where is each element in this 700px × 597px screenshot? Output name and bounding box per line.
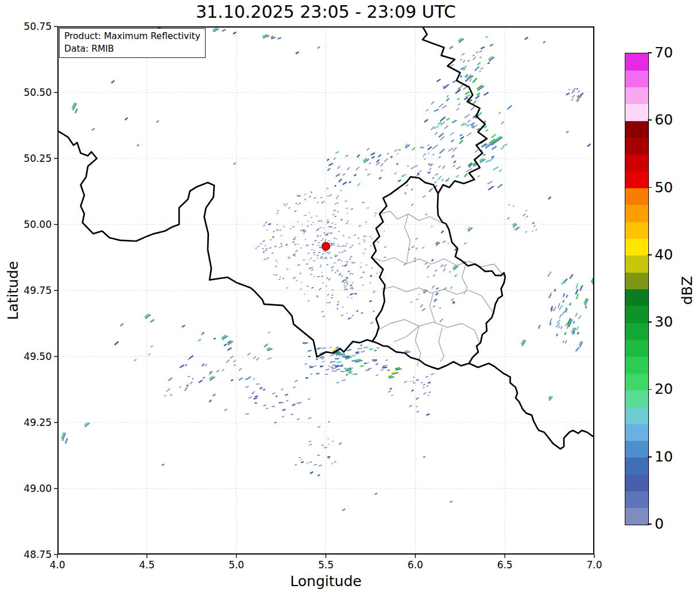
echo-ring-speckle (324, 234, 326, 235)
echo-mark (501, 121, 504, 125)
echo-ring-speckle (346, 246, 347, 247)
echo-mark (401, 174, 405, 177)
echo-mark (439, 103, 444, 107)
echo-mark (365, 169, 368, 171)
echo-ring-speckle (277, 262, 278, 263)
echo-mark (564, 332, 567, 335)
echo-mark (300, 230, 303, 232)
echo-ring-speckle (324, 257, 326, 258)
echo-mark (327, 438, 329, 439)
echo-mark (247, 352, 250, 355)
colorbar-tick-label: 20 (655, 381, 673, 398)
y-tick-label: 50.50 (3, 87, 52, 98)
echo-mark (311, 373, 312, 375)
echo-ring-speckle (305, 239, 306, 240)
echo-mark (345, 281, 348, 284)
echo-mark (439, 307, 442, 309)
echo-mark (272, 392, 276, 394)
echo-mark (456, 166, 461, 169)
echo-mark (480, 67, 483, 69)
echo-ring-speckle (330, 251, 331, 253)
echo-mark (467, 60, 470, 62)
echo-mark (254, 396, 258, 398)
echo-mark (481, 46, 485, 49)
echo-mark (577, 332, 579, 335)
echo-mark (389, 387, 392, 390)
echo-ring-speckle (317, 276, 319, 277)
echo-mark (491, 134, 496, 138)
colorbar-band (625, 491, 648, 508)
echo-mark (370, 282, 372, 284)
echo-mark (550, 319, 552, 323)
echo-ring-speckle (363, 239, 365, 241)
echo-mark (453, 165, 455, 167)
product-info-line2: Data: RMIB (64, 43, 200, 56)
echo-ring-speckle (316, 201, 319, 203)
echo-mark (426, 109, 428, 111)
echo-ring-speckle (300, 288, 301, 290)
echo-mark (359, 266, 361, 268)
echo-mark (575, 283, 579, 289)
echo-mark (435, 292, 439, 296)
echo-mark (369, 348, 373, 350)
echo-ring-speckle (301, 282, 302, 283)
echo-mark (223, 343, 227, 346)
echo-mark (292, 404, 296, 406)
echo-mark (331, 266, 334, 269)
colorbar-tick-label: 0 (655, 515, 664, 533)
echo-mark (245, 413, 249, 415)
x-tick-label: 4.5 (129, 559, 165, 571)
echo-mark (426, 385, 428, 387)
echo-mark (266, 408, 268, 409)
colorbar-tick-mark (648, 52, 652, 53)
echo-ring-speckle (384, 257, 386, 258)
echo-ring-speckle (275, 259, 277, 261)
echo-mark (562, 311, 564, 315)
echo-mark (477, 175, 479, 177)
echo-core (450, 501, 453, 503)
echo-ring-speckle (362, 253, 364, 254)
echo-ring-speckle (337, 202, 338, 204)
colorbar-tick-mark (648, 119, 652, 121)
echo-mark (479, 50, 482, 52)
echo-mark (337, 165, 341, 169)
echo-mark (341, 261, 342, 262)
colorbar-band (625, 458, 648, 475)
echo-mark (537, 324, 540, 329)
echo-mark (364, 363, 367, 365)
echo-mark (295, 250, 298, 252)
echo-core (233, 162, 237, 165)
colorbar-band (625, 272, 648, 289)
region-border-line (430, 293, 435, 323)
echo-ring-speckle (279, 247, 280, 248)
echo-mark (308, 350, 312, 352)
echo-ring-speckle (294, 237, 296, 239)
echo-ring-speckle (323, 232, 326, 234)
echo-mark (351, 262, 353, 263)
echo-ring-speckle (333, 244, 335, 246)
echo-mark (488, 186, 494, 191)
echo-ring-speckle (335, 238, 337, 240)
echo-mark (347, 167, 350, 170)
echo-mark (434, 181, 437, 184)
echo-ring-speckle (337, 245, 339, 247)
echo-mark (264, 343, 268, 347)
colorbar-band (625, 323, 648, 340)
echo-mark (304, 363, 307, 365)
colorbar-band (625, 171, 648, 188)
echo-mark (578, 90, 581, 92)
echo-mark (185, 364, 187, 366)
echo-mark (475, 150, 478, 153)
echo-mark (532, 222, 535, 224)
echo-ring-speckle (273, 274, 275, 276)
echo-mark (309, 366, 311, 367)
echo-mark (525, 231, 527, 232)
echo-mark (328, 366, 330, 367)
echo-mark (295, 464, 297, 466)
echo-mark (525, 215, 528, 218)
echo-mark (428, 382, 431, 384)
echo-mark (562, 300, 565, 303)
echo-ring-speckle (351, 273, 353, 275)
echo-mark (533, 225, 536, 227)
echo-mark (328, 162, 334, 166)
